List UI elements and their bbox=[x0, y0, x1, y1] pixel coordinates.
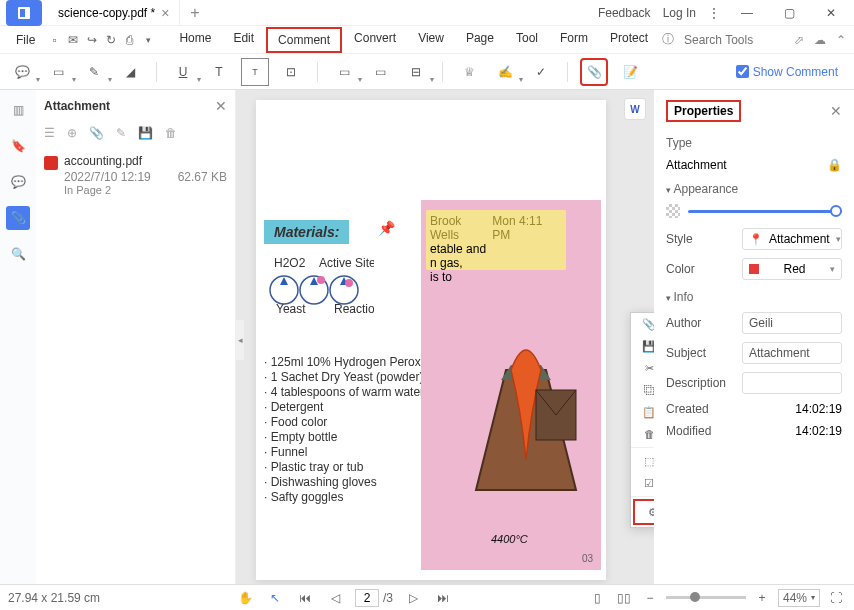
thumbnails-button[interactable]: ▥ bbox=[6, 98, 30, 122]
current-page-input[interactable] bbox=[355, 589, 379, 607]
approve-tool[interactable]: ✓ bbox=[527, 58, 555, 86]
kebab-icon[interactable]: ⋮ bbox=[708, 6, 720, 20]
save-attachment-icon[interactable]: 💾 bbox=[138, 126, 153, 140]
ctx-set-default[interactable]: ☑Set as Default bbox=[631, 472, 654, 494]
attachment-pin-icon[interactable]: 📌 bbox=[378, 220, 395, 236]
menu-view[interactable]: View bbox=[408, 27, 454, 53]
document-tab[interactable]: science-copy.pdf * × bbox=[48, 0, 180, 26]
single-page-view[interactable]: ▯ bbox=[588, 588, 608, 608]
highlight-tool[interactable]: ▭ bbox=[44, 58, 72, 86]
attachment-panel-close[interactable]: ✕ bbox=[215, 98, 227, 114]
signature-tool[interactable]: ✍ bbox=[491, 58, 519, 86]
menu-tool[interactable]: Tool bbox=[506, 27, 548, 53]
arrow-tool[interactable]: ▭ bbox=[366, 58, 394, 86]
list-view-icon[interactable]: ☰ bbox=[44, 126, 55, 140]
text-tool[interactable]: T bbox=[205, 58, 233, 86]
ctx-cut[interactable]: ✂Cut bbox=[631, 357, 654, 379]
menu-edit[interactable]: Edit bbox=[223, 27, 264, 53]
show-comment-toggle[interactable]: Show Comment bbox=[736, 65, 846, 79]
eraser-tool[interactable]: ◢ bbox=[116, 58, 144, 86]
menu-protect[interactable]: Protect bbox=[600, 27, 658, 53]
save-icon[interactable]: ▫ bbox=[47, 29, 62, 51]
menu-file[interactable]: File bbox=[8, 33, 43, 47]
type-value: Attachment bbox=[666, 158, 727, 172]
appearance-section-label[interactable]: Appearance bbox=[666, 182, 842, 196]
note-list-tool[interactable]: 📝 bbox=[616, 58, 644, 86]
zoom-in-button[interactable]: + bbox=[752, 588, 772, 608]
ctx-save-attachment[interactable]: 💾Save Attachment bbox=[631, 335, 654, 357]
new-tab-button[interactable]: + bbox=[190, 4, 199, 22]
cloud-icon[interactable]: ☁ bbox=[814, 33, 826, 47]
edit-attachment-icon[interactable]: ✎ bbox=[116, 126, 126, 140]
dropdown-icon[interactable]: ▾ bbox=[141, 29, 156, 51]
underline-tool[interactable]: U bbox=[169, 58, 197, 86]
two-page-view[interactable]: ▯▯ bbox=[614, 588, 634, 608]
textbox-tool[interactable]: T bbox=[241, 58, 269, 86]
minimize-button[interactable]: — bbox=[732, 0, 762, 26]
search-button[interactable]: 🔍 bbox=[6, 242, 30, 266]
word-export-badge[interactable]: W bbox=[624, 98, 646, 120]
rectangle-tool[interactable]: ▭ bbox=[330, 58, 358, 86]
close-window-button[interactable]: ✕ bbox=[816, 0, 846, 26]
comments-button[interactable]: 💬 bbox=[6, 170, 30, 194]
menu-page[interactable]: Page bbox=[456, 27, 504, 53]
attachments-button[interactable]: 📎 bbox=[6, 206, 30, 230]
info-section-label[interactable]: Info bbox=[666, 290, 842, 304]
note-tool[interactable]: 💬 bbox=[8, 58, 36, 86]
measure-tool[interactable]: ⊟ bbox=[402, 58, 430, 86]
open-icon[interactable]: ⬀ bbox=[794, 33, 804, 47]
menu-convert[interactable]: Convert bbox=[344, 27, 406, 53]
ctx-properties[interactable]: ⚙Properties bbox=[633, 499, 654, 525]
pencil-tool[interactable]: ✎ bbox=[80, 58, 108, 86]
subject-input[interactable] bbox=[742, 342, 842, 364]
sticky-note[interactable]: Brook Wells Mon 4:11 PM etable and n gas… bbox=[426, 210, 566, 270]
lock-icon[interactable]: 🔒 bbox=[827, 158, 842, 172]
chevron-up-icon[interactable]: ⌃ bbox=[836, 33, 846, 47]
print-icon[interactable]: ⎙ bbox=[122, 29, 137, 51]
ctx-delete[interactable]: 🗑Delete bbox=[631, 423, 654, 445]
document-viewport[interactable]: ◂ ▸ W Materials: 📌 H2O2 Active Site Yeas… bbox=[236, 90, 654, 584]
mail-icon[interactable]: ✉ bbox=[66, 29, 81, 51]
next-page-button[interactable]: ▷ bbox=[403, 588, 423, 608]
opacity-slider[interactable] bbox=[688, 210, 842, 213]
style-select[interactable]: 📍 Attachment ▾ bbox=[742, 228, 842, 250]
color-select[interactable]: Red ▾ bbox=[742, 258, 842, 280]
select-tool-button[interactable]: ↖ bbox=[265, 588, 285, 608]
feedback-link[interactable]: Feedback bbox=[598, 6, 651, 20]
ctx-copy[interactable]: ⿻Copy bbox=[631, 379, 654, 401]
refresh-icon[interactable]: ↻ bbox=[103, 29, 118, 51]
reply-icon[interactable]: ↪ bbox=[85, 29, 100, 51]
ctx-paste[interactable]: 📋Paste bbox=[631, 401, 654, 423]
link-icon[interactable]: 📎 bbox=[89, 126, 104, 140]
chemistry-diagram: H2O2 Active Site Yeast Reaction bbox=[264, 255, 374, 320]
menu-home[interactable]: Home bbox=[169, 27, 221, 53]
maximize-button[interactable]: ▢ bbox=[774, 0, 804, 26]
add-attachment-icon[interactable]: ⊕ bbox=[67, 126, 77, 140]
menu-comment[interactable]: Comment bbox=[266, 27, 342, 53]
fullscreen-button[interactable]: ⛶ bbox=[826, 588, 846, 608]
author-input[interactable] bbox=[742, 312, 842, 334]
zoom-select[interactable]: 44% ▾ bbox=[778, 589, 820, 607]
collapse-left-button[interactable]: ◂ bbox=[236, 320, 244, 360]
callout-tool[interactable]: ⊡ bbox=[277, 58, 305, 86]
last-page-button[interactable]: ⏭ bbox=[433, 588, 453, 608]
ctx-open-attachment[interactable]: 📎Open Attachment bbox=[631, 313, 654, 335]
first-page-button[interactable]: ⏮ bbox=[295, 588, 315, 608]
menu-form[interactable]: Form bbox=[550, 27, 598, 53]
show-comment-checkbox[interactable] bbox=[736, 65, 749, 78]
ctx-select-all[interactable]: ⬚Select All bbox=[631, 450, 654, 472]
zoom-slider[interactable] bbox=[666, 596, 746, 599]
login-link[interactable]: Log In bbox=[663, 6, 696, 20]
hand-tool-button[interactable]: ✋ bbox=[235, 588, 255, 608]
attachment-item[interactable]: accounting.pdf 2022/7/10 12:19 62.67 KB … bbox=[44, 150, 227, 200]
tab-close-button[interactable]: × bbox=[161, 5, 169, 21]
search-tools-input[interactable] bbox=[684, 33, 784, 47]
stamp-tool[interactable]: ♕ bbox=[455, 58, 483, 86]
properties-close-button[interactable]: ✕ bbox=[830, 103, 842, 119]
prev-page-button[interactable]: ◁ bbox=[325, 588, 345, 608]
zoom-out-button[interactable]: − bbox=[640, 588, 660, 608]
attachment-tool[interactable]: 📎 bbox=[580, 58, 608, 86]
delete-attachment-icon[interactable]: 🗑 bbox=[165, 126, 177, 140]
description-input[interactable] bbox=[742, 372, 842, 394]
bookmarks-button[interactable]: 🔖 bbox=[6, 134, 30, 158]
